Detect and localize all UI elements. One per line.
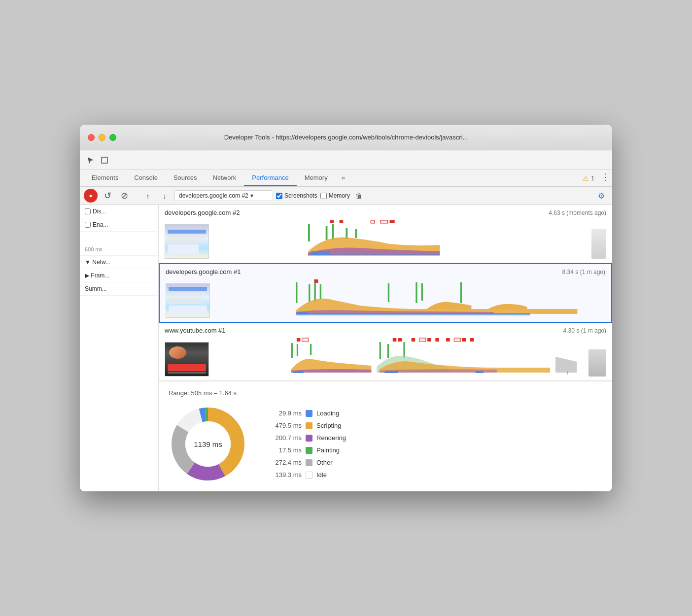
- tab-performance[interactable]: Performance: [244, 170, 296, 186]
- devtools-options-button[interactable]: ⋮: [598, 170, 612, 184]
- svg-rect-27: [398, 338, 402, 342]
- svg-rect-13: [314, 279, 318, 283]
- svg-rect-16: [314, 282, 315, 302]
- legend-time-other: 272.4 ms: [267, 459, 302, 466]
- svg-rect-33: [454, 338, 460, 342]
- svg-rect-12: [308, 254, 440, 256]
- url-selector[interactable]: developers.google.com #2 ▾: [174, 190, 273, 201]
- svg-rect-41: [403, 342, 405, 358]
- legend-item-other: 272.4 ms Other: [267, 459, 346, 466]
- recording-card-1[interactable]: developers.google.com #2 4.63 s (moments…: [159, 205, 612, 263]
- svg-rect-17: [320, 284, 321, 299]
- svg-rect-3: [371, 220, 375, 223]
- recording-time-2: 8.34 s (1 m ago): [562, 269, 605, 275]
- devtools-body: Elements Console Sources Network Perform…: [80, 150, 612, 491]
- recording-card-3[interactable]: www.youtube.com #1 4.30 s (1 m ago): [159, 323, 612, 381]
- title-bar: Developer Tools - https://developers.goo…: [80, 125, 612, 150]
- legend-name-scripting: Scripting: [316, 422, 342, 429]
- legend-name-idle: Idle: [316, 471, 327, 479]
- url-value: developers.google.com #2: [179, 192, 248, 199]
- left-panel-frames[interactable]: ▶ Fram...: [80, 269, 158, 282]
- svg-rect-37: [297, 344, 298, 356]
- recording-header-3: www.youtube.com #1 4.30 s (1 m ago): [165, 327, 606, 334]
- cursor-icon[interactable]: [84, 153, 98, 167]
- svg-rect-44: [476, 371, 484, 373]
- legend: 29.9 ms Loading 479.5 ms Scripting 200.7…: [267, 410, 346, 479]
- left-panel-600ms: 600 ms: [80, 232, 158, 256]
- record-button[interactable]: ●: [84, 189, 98, 203]
- tab-memory[interactable]: Memory: [297, 170, 336, 186]
- svg-rect-10: [355, 229, 357, 238]
- left-panel-summary[interactable]: Summ...: [80, 282, 158, 296]
- disable-checkbox[interactable]: [85, 208, 91, 214]
- svg-rect-4: [380, 220, 387, 223]
- legend-name-other: Other: [316, 459, 333, 466]
- legend-item-painting: 17.5 ms Painting: [267, 446, 346, 454]
- recording-chart-1: [165, 219, 606, 259]
- recording-title-3: www.youtube.com #1: [165, 327, 226, 334]
- legend-color-idle: [306, 472, 312, 479]
- inspector-icon[interactable]: [98, 153, 111, 167]
- svg-rect-20: [421, 283, 423, 301]
- summary-panel: Range: 505 ms – 1.64 s: [159, 381, 612, 491]
- recording-title-2: developers.google.com #1: [166, 268, 241, 275]
- svg-rect-6: [308, 224, 310, 241]
- maximize-button[interactable]: [109, 134, 116, 141]
- left-panel: Dis... Ena... 600 ms ▼ Netw... ▶ Fram...…: [80, 205, 159, 491]
- summary-content: 1139 ms 29.9 ms Loading 479.5 ms: [169, 405, 602, 483]
- svg-rect-28: [412, 338, 415, 342]
- legend-item-idle: 139.3 ms Idle: [267, 471, 346, 479]
- svg-rect-43: [385, 371, 398, 373]
- svg-rect-7: [326, 226, 328, 240]
- svg-text:↑: ↑: [566, 370, 569, 376]
- download-button[interactable]: ↓: [158, 189, 172, 203]
- trash-button[interactable]: 🗑: [353, 190, 365, 202]
- enable-checkbox[interactable]: [85, 222, 91, 228]
- reload-record-button[interactable]: ↺: [101, 189, 114, 203]
- svg-rect-15: [309, 284, 310, 302]
- tab-elements[interactable]: Elements: [84, 170, 126, 186]
- recording-chart-3: ↑: [165, 337, 606, 376]
- left-panel-enable[interactable]: Ena...: [80, 218, 158, 232]
- tab-network[interactable]: Network: [205, 170, 244, 186]
- svg-rect-5: [390, 220, 395, 223]
- legend-color-painting: [306, 447, 312, 454]
- range-text: Range: 505 ms – 1.64 s: [169, 389, 602, 397]
- upload-button[interactable]: ↑: [141, 189, 155, 203]
- recording-card-2[interactable]: developers.google.com #1 8.34 s (1 m ago…: [159, 263, 612, 323]
- legend-name-loading: Loading: [316, 410, 339, 417]
- legend-time-scripting: 479.5 ms: [267, 422, 302, 429]
- legend-time-idle: 139.3 ms: [267, 471, 302, 479]
- minimize-button[interactable]: [99, 134, 105, 141]
- more-tabs-button[interactable]: »: [336, 170, 351, 186]
- left-panel-disable[interactable]: Dis...: [80, 205, 158, 218]
- screenshots-checkbox-label[interactable]: Screenshots: [276, 192, 317, 199]
- left-panel-network[interactable]: ▼ Netw...: [80, 256, 158, 269]
- legend-item-loading: 29.9 ms Loading: [267, 410, 346, 417]
- svg-rect-34: [462, 338, 466, 342]
- main-content: Dis... Ena... 600 ms ▼ Netw... ▶ Fram...…: [80, 205, 612, 491]
- recording-header-2: developers.google.com #1 8.34 s (1 m ago…: [166, 268, 605, 275]
- close-button[interactable]: [88, 134, 95, 141]
- svg-rect-24: [297, 338, 301, 342]
- settings-button[interactable]: ⚙: [594, 189, 608, 203]
- recording-chart-2: [166, 278, 605, 318]
- svg-rect-1: [330, 220, 334, 223]
- svg-rect-19: [415, 282, 417, 303]
- recording-time-1: 4.63 s (moments ago): [549, 209, 606, 216]
- svg-rect-32: [446, 338, 450, 342]
- memory-checkbox-label[interactable]: Memory: [320, 192, 350, 199]
- chart-area-2: [215, 278, 605, 318]
- recording-thumbnail-1: [165, 224, 209, 259]
- traffic-lights: [88, 134, 116, 141]
- memory-checkbox[interactable]: [320, 193, 327, 199]
- nav-tabs: Elements Console Sources Network Perform…: [80, 170, 612, 187]
- tab-console[interactable]: Console: [126, 170, 166, 186]
- svg-rect-29: [419, 338, 426, 342]
- tab-sources[interactable]: Sources: [166, 170, 205, 186]
- legend-time-rendering: 200.7 ms: [267, 434, 302, 442]
- svg-rect-30: [427, 338, 431, 342]
- screenshots-checkbox[interactable]: [276, 193, 282, 199]
- legend-color-loading: [306, 410, 312, 417]
- clear-button[interactable]: ⊘: [117, 189, 131, 203]
